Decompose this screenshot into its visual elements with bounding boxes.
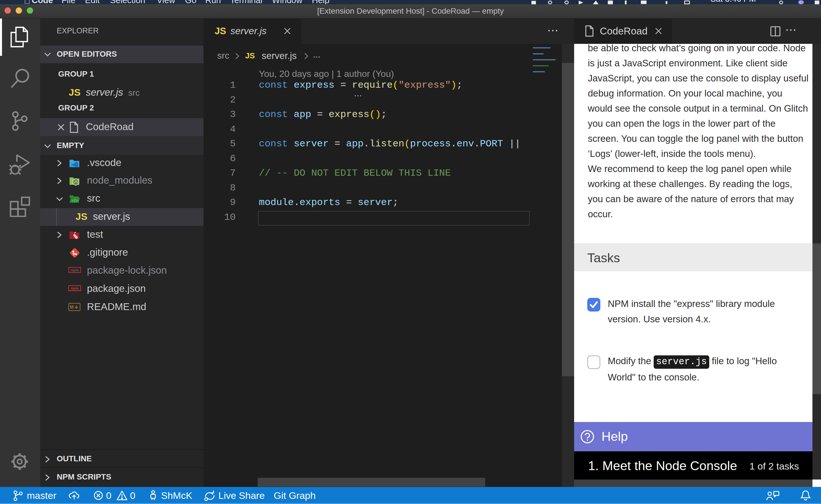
svg-text:</>: </>: [71, 198, 78, 203]
svg-text:npm: npm: [71, 268, 78, 272]
svg-text:JS: JS: [74, 180, 78, 184]
svg-text:npm: npm: [71, 286, 78, 290]
svg-text:M: M: [70, 305, 73, 310]
